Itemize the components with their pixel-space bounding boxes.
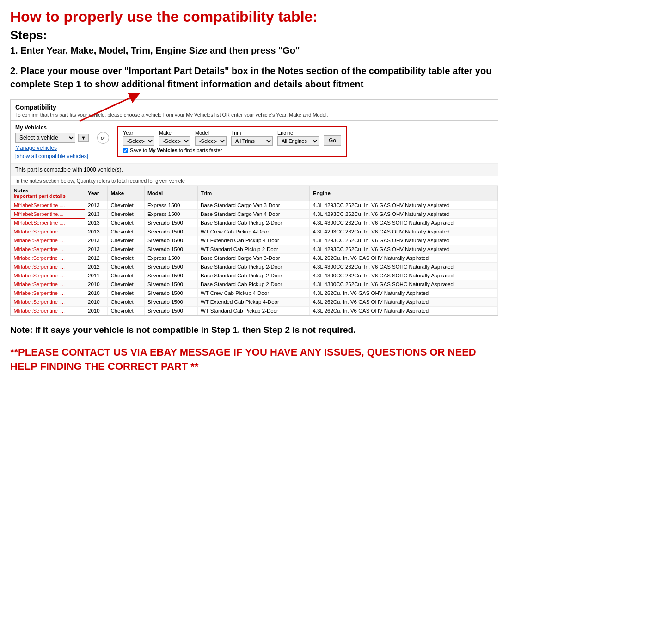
- cell-engine: 4.3L 4300CC 262Cu. In. V6 GAS SOHC Natur…: [310, 280, 498, 289]
- model-label: Model: [195, 130, 227, 135]
- table-row: Mfrlabel:Serpentine .... 2010 Chevrolet …: [11, 289, 498, 298]
- cell-engine: 4.3L 4293CC 262Cu. In. V6 GAS OHV Natura…: [310, 236, 498, 245]
- cell-trim: WT Extended Cab Pickup 4-Door: [197, 236, 310, 245]
- cell-model: Silverado 1500: [145, 271, 198, 280]
- cell-year: 2011: [85, 271, 108, 280]
- trim-select[interactable]: All Trims: [231, 136, 273, 146]
- cell-model: Silverado 1500: [145, 236, 198, 245]
- arrow-indicator: [75, 91, 149, 123]
- compatibility-table: Notes Important part details Year Make M…: [11, 186, 498, 315]
- cell-make: Chevrolet: [108, 307, 145, 315]
- cell-year: 2012: [85, 254, 108, 263]
- cell-model: Silverado 1500: [145, 219, 198, 227]
- table-row: Mfrlabel:Serpentine .... 2013 Chevrolet …: [11, 245, 498, 254]
- engine-label: Engine: [277, 130, 319, 135]
- cell-model: Silverado 1500: [145, 263, 198, 271]
- col-notes: Notes Important part details: [11, 186, 85, 201]
- table-row: Mfrlabel:Serpentine .... 2012 Chevrolet …: [11, 263, 498, 271]
- trim-label: Trim: [231, 130, 273, 135]
- cell-model: Express 1500: [145, 254, 198, 263]
- important-part-details-header: Important part details: [14, 193, 66, 199]
- cell-year: 2013: [85, 236, 108, 245]
- cell-notes: Mfrlabel:Serpentine ....: [11, 280, 85, 289]
- cell-trim: Base Standard Cargo Van 3-Door: [197, 254, 310, 263]
- cell-year: 2013: [85, 210, 108, 219]
- cell-trim: WT Extended Cab Pickup 4-Door: [197, 298, 310, 307]
- cell-year: 2013: [85, 227, 108, 236]
- vehicle-select-dropdown[interactable]: Select a vehicle: [15, 133, 75, 143]
- trim-field: Trim All Trims: [231, 130, 273, 146]
- table-body: Mfrlabel:Serpentine .... 2013 Chevrolet …: [11, 201, 498, 315]
- year-select[interactable]: -Select-: [123, 136, 154, 146]
- my-vehicles-row: My Vehicles Select a vehicle ▼ Manage ve…: [11, 121, 498, 164]
- cell-model: Express 1500: [145, 210, 198, 219]
- table-row: Mfrlabel:Serpentine .... 2010 Chevrolet …: [11, 307, 498, 315]
- table-row: Mfrlabel:Serpentine .... 2013 Chevrolet …: [11, 236, 498, 245]
- table-row: Mfrlabel:Serpentine .... 2011 Chevrolet …: [11, 271, 498, 280]
- cell-notes: Mfrlabel:Serpentine ....: [11, 298, 85, 307]
- cell-make: Chevrolet: [108, 245, 145, 254]
- make-select[interactable]: -Select-: [159, 136, 190, 146]
- cell-engine: 4.3L 262Cu. In. V6 GAS OHV Naturally Asp…: [310, 307, 498, 315]
- or-divider: or: [97, 132, 109, 144]
- cell-notes: Mfrlabel:Serpentine....: [11, 210, 85, 219]
- cell-year: 2010: [85, 298, 108, 307]
- col-engine: Engine: [310, 186, 498, 201]
- cell-make: Chevrolet: [108, 280, 145, 289]
- form-fields-row: Year -Select- Make -Select- Model: [123, 130, 341, 146]
- model-select[interactable]: -Select-: [195, 136, 227, 146]
- cell-make: Chevrolet: [108, 254, 145, 263]
- step2-text: 2. Place your mouse over "Important Part…: [10, 64, 498, 91]
- col-model: Model: [145, 186, 198, 201]
- save-checkbox[interactable]: [123, 148, 128, 153]
- contact-section: **PLEASE CONTACT US VIA EBAY MESSAGE IF …: [10, 345, 498, 374]
- vehicle-select-row[interactable]: Select a vehicle ▼: [15, 133, 89, 143]
- my-vehicles-panel: My Vehicles Select a vehicle ▼ Manage ve…: [15, 124, 89, 159]
- engine-field: Engine All Engines: [277, 130, 319, 146]
- vehicle-form: Year -Select- Make -Select- Model: [117, 126, 347, 157]
- cell-make: Chevrolet: [108, 219, 145, 227]
- cell-model: Silverado 1500: [145, 307, 198, 315]
- cell-model: Silverado 1500: [145, 245, 198, 254]
- notes-header: Notes: [14, 188, 29, 193]
- main-title: How to properly use the compatibility ta…: [10, 8, 498, 25]
- cell-engine: 4.3L 4293CC 262Cu. In. V6 GAS OHV Natura…: [310, 210, 498, 219]
- go-button[interactable]: Go: [324, 135, 341, 146]
- cell-year: 2012: [85, 263, 108, 271]
- compatible-count-bar: This part is compatible with 1000 vehicl…: [11, 164, 498, 176]
- show-all-link[interactable]: [show all compatible vehicles]: [15, 153, 89, 159]
- cell-engine: 4.3L 262Cu. In. V6 GAS OHV Naturally Asp…: [310, 289, 498, 298]
- dropdown-arrow-icon[interactable]: ▼: [78, 134, 89, 142]
- cell-engine: 4.3L 4293CC 262Cu. In. V6 GAS OHV Natura…: [310, 245, 498, 254]
- cell-notes: Mfrlabel:Serpentine ....: [11, 245, 85, 254]
- cell-model: Silverado 1500: [145, 227, 198, 236]
- cell-make: Chevrolet: [108, 263, 145, 271]
- table-row: Mfrlabel:Serpentine.... 2013 Chevrolet E…: [11, 210, 498, 219]
- table-row: Mfrlabel:Serpentine .... 2010 Chevrolet …: [11, 298, 498, 307]
- cell-engine: 4.3L 4293CC 262Cu. In. V6 GAS OHV Natura…: [310, 227, 498, 236]
- cell-make: Chevrolet: [108, 298, 145, 307]
- make-label: Make: [159, 130, 190, 135]
- table-row: Mfrlabel:Serpentine .... 2012 Chevrolet …: [11, 254, 498, 263]
- cell-trim: Base Standard Cargo Van 3-Door: [197, 201, 310, 210]
- table-row: Mfrlabel:Serpentine .... 2013 Chevrolet …: [11, 227, 498, 236]
- note-section: Note: if it says your vehicle is not com…: [10, 324, 498, 337]
- cell-notes: Mfrlabel:Serpentine ....: [11, 201, 85, 210]
- manage-vehicles-link[interactable]: Manage vehicles: [15, 145, 89, 151]
- cell-engine: 4.3L 262Cu. In. V6 GAS OHV Naturally Asp…: [310, 254, 498, 263]
- cell-make: Chevrolet: [108, 210, 145, 219]
- cell-trim: WT Crew Cab Pickup 4-Door: [197, 227, 310, 236]
- table-row: Mfrlabel:Serpentine .... 2010 Chevrolet …: [11, 280, 498, 289]
- cell-notes: Mfrlabel:Serpentine ....: [11, 236, 85, 245]
- year-field: Year -Select-: [123, 130, 154, 146]
- cell-notes: Mfrlabel:Serpentine ....: [11, 219, 85, 227]
- engine-select[interactable]: All Engines: [277, 136, 319, 146]
- compatibility-section: Compatibility To confirm that this part …: [10, 99, 498, 316]
- cell-engine: 4.3L 4300CC 262Cu. In. V6 GAS SOHC Natur…: [310, 219, 498, 227]
- cell-notes: Mfrlabel:Serpentine ....: [11, 263, 85, 271]
- cell-notes: Mfrlabel:Serpentine ....: [11, 227, 85, 236]
- cell-make: Chevrolet: [108, 271, 145, 280]
- cell-make: Chevrolet: [108, 236, 145, 245]
- cell-model: Express 1500: [145, 201, 198, 210]
- year-label: Year: [123, 130, 154, 135]
